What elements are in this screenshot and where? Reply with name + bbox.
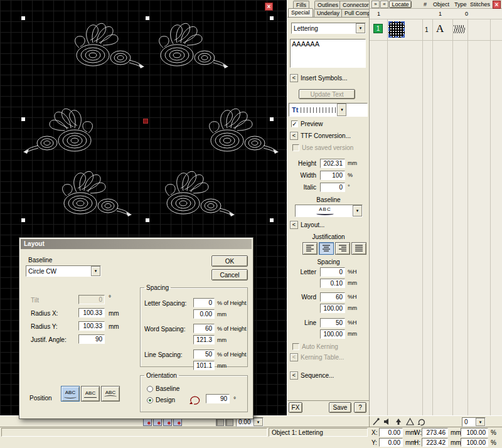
font-combo[interactable]: Tt ▾ [289,103,368,117]
selection-handle[interactable] [146,16,149,20]
fx-button[interactable]: FX [289,402,302,413]
ornament-design[interactable] [210,109,279,154]
stitch-count: 0 [465,11,468,17]
x-position-field[interactable]: 0.00 [379,428,403,437]
help-button[interactable]: ? [354,402,366,413]
line-spacing-pct-field[interactable]: 50 [193,349,215,359]
ornament-design[interactable] [23,109,92,154]
tab-special[interactable]: Special [288,8,313,17]
word-spacing-mm-field[interactable]: 121.3 [193,335,215,344]
height-field[interactable]: 202.31 [320,159,345,168]
selection-handle[interactable] [21,16,25,20]
justify-full-button[interactable] [351,242,366,255]
height-value-field[interactable]: 223.42 [422,438,448,447]
position-line-button[interactable]: ABC [81,386,100,402]
object-thumbnail[interactable] [388,21,405,38]
sequence-button[interactable]: < Sequence... [290,371,334,380]
radius-x-field[interactable]: 100.33 [78,308,105,317]
width-field[interactable]: 100 [320,171,345,180]
layout-button[interactable]: < Layout... [290,221,324,229]
ok-button[interactable]: OK [211,255,248,267]
dialog-titlebar[interactable]: Layout [21,239,252,249]
ttf-conversion-button[interactable]: < TTF Conversion... [290,132,351,140]
tab-outlines[interactable]: Outlines [314,1,341,9]
align-right-icon [338,244,347,252]
width-percent-field[interactable]: 100.00 [461,428,488,437]
letter-spacing-label: Letter Spacing: [144,300,186,307]
tilt-label: Tilt [31,297,39,304]
selection-handle[interactable] [21,117,25,121]
selection-handle[interactable] [21,218,25,222]
ornament-design[interactable] [63,171,132,216]
line-spacing-mm-field[interactable]: 101.1 [193,361,215,370]
width-value-field[interactable]: 273.46 [422,428,448,437]
letter-spacing-mm-field[interactable]: 0.00 [193,309,215,319]
warning-triangle-icon[interactable] [405,417,415,426]
justify-center-button[interactable] [319,242,334,255]
italic-field[interactable]: 0 [320,183,345,192]
collapse-panel-button[interactable]: » [371,1,380,8]
object-type-combo[interactable]: Lettering ▾ [291,23,366,34]
lettering-text-input[interactable]: AAAAAA [290,39,366,68]
chevron-left-icon: < [290,371,298,380]
baseline-type-combo[interactable]: Circle CW ▾ [26,265,101,277]
position-arc-button[interactable]: ABC [61,386,80,402]
selection-handle[interactable] [270,218,274,222]
stitch-index-combo[interactable]: 0 ▾ [462,417,486,427]
letter-spacing-mm-field[interactable]: 0.10 [320,279,345,288]
orientation-design-radio[interactable]: Design [147,397,175,403]
column-stitches: Stitches [470,1,490,8]
justify-left-button[interactable] [302,242,318,255]
orientation-baseline-radio[interactable]: Baseline [147,385,179,392]
line-spacing-pct-field[interactable]: 50 [320,318,345,328]
ornament-design[interactable] [159,23,228,68]
chevron-down-icon[interactable]: ▾ [91,266,100,276]
position-overline-button[interactable]: ABC [101,386,120,402]
panel-close-button[interactable]: × [493,1,501,9]
height-row: Height 202.31 mm [287,159,370,169]
chevron-down-icon[interactable]: ▾ [337,104,346,116]
line-spacing-mm-field[interactable]: 100.00 [320,329,345,339]
justif-angle-field[interactable]: 90 [78,334,105,344]
insert-symbols-button[interactable]: < Insert Symbols... [290,74,347,82]
word-spacing-mm-row: 100.00 mm [287,304,370,314]
tab-underlay[interactable]: Underlay [314,9,343,17]
rotate-icon[interactable] [417,417,426,426]
object-row-index: 1 [425,26,429,33]
chevron-down-icon[interactable]: ▾ [476,418,485,426]
letter-spacing-pct-field[interactable]: 0 [193,298,215,307]
needle-icon[interactable] [371,417,381,426]
chevron-down-icon[interactable]: ▾ [356,23,365,33]
baseline-shape-combo[interactable]: ABC ▾ [295,205,363,217]
save-button[interactable]: Save [329,402,351,413]
word-spacing-pct-field[interactable]: 60 [320,292,345,302]
word-spacing-row: Word 60 %H [287,292,370,302]
word-spacing-pct-field[interactable]: 60 [193,324,215,333]
selection-handle[interactable] [146,218,149,222]
selected-object-info: Object 1: Lettering [269,428,368,437]
arrow-up-icon[interactable] [394,417,403,426]
ornament-design[interactable] [75,23,144,68]
orientation-angle-field[interactable]: 90 [206,394,230,403]
ornament-design[interactable] [166,171,235,216]
selection-handle[interactable] [270,16,274,20]
expand-panel-button[interactable]: « [380,1,388,8]
selection-handle[interactable] [270,117,274,121]
locate-button[interactable]: Locate [389,1,412,8]
object-order-badge[interactable]: 1 [373,24,383,33]
chevron-down-icon[interactable]: ▾ [254,418,263,426]
radius-y-field[interactable]: 100.33 [78,321,105,331]
y-position-field[interactable]: 0.00 [379,438,403,447]
letter-spacing-pct-field[interactable]: 0 [320,267,345,277]
canvas-close-button[interactable]: × [265,3,273,11]
justify-right-button[interactable] [335,242,350,255]
h-label: H: [414,439,420,446]
chevron-down-icon[interactable]: ▾ [353,205,362,216]
word-spacing-mm-field[interactable]: 100.00 [320,304,345,313]
update-text-button[interactable]: Update Text [299,89,355,99]
speaker-icon[interactable] [383,417,392,426]
cancel-button[interactable]: Cancel [211,269,248,280]
height-percent-field[interactable]: 100.00 [461,438,488,447]
preview-checkbox[interactable]: ✓ Preview [291,120,323,127]
inverted-arc-baseline-icon [104,395,117,398]
